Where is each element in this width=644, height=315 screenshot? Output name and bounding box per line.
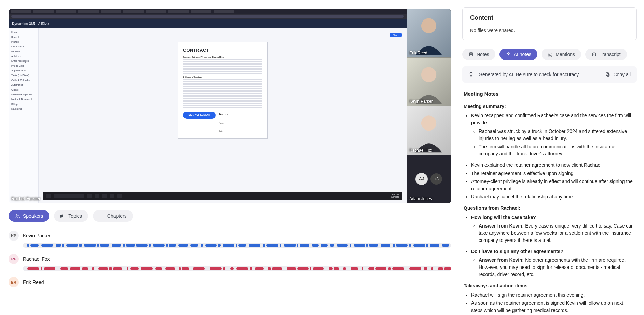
tab-ai-notes[interactable]: AI notes: [499, 49, 537, 60]
copy-all-button[interactable]: Copy all: [605, 72, 631, 77]
d365-share-button[interactable]: Share: [390, 33, 402, 37]
sparkle-icon: [506, 52, 511, 57]
participant-thumb[interactable]: Erik Reed: [407, 9, 451, 57]
avatar: AJ: [415, 173, 428, 185]
list-item: Rachael may cancel the relationship at a…: [471, 193, 634, 201]
content-empty-text: No files were shared.: [470, 28, 629, 33]
svg-point-4: [18, 215, 19, 216]
svg-point-3: [16, 214, 17, 216]
speaker-name: Kevin Parker: [23, 233, 50, 238]
ai-notes-body: Meeting Notes Meeting summary: Kevin rec…: [455, 83, 644, 315]
list-item: Kevin recapped and confirmed Rachael's c…: [471, 112, 634, 158]
d365-brand: Dynamics 365: [12, 22, 35, 26]
contract-document: CONTRACT Contract Between PK Law and Rac…: [178, 42, 268, 139]
list-item: Kevin explained the retainer agreement t…: [471, 162, 634, 169]
speaker-name: Rachael Fox: [23, 256, 50, 262]
bulb-icon: [468, 72, 474, 77]
content-heading: Content: [470, 14, 629, 22]
list-item: The firm will handle all future communic…: [479, 143, 634, 158]
contract-title: CONTRACT: [183, 47, 262, 53]
notes-title: Meeting Notes: [464, 90, 634, 98]
d365-sidebar: HomeRecentPinnedDashboardsMy WorkActivit…: [9, 28, 39, 203]
avatar: RF: [9, 254, 19, 264]
questions-heading: Questions from Rachael:: [464, 205, 634, 212]
tab-mentions[interactable]: @ Mentions: [542, 49, 581, 60]
speaker-timeline: KP Kevin Parker RF Rachael Fox ER Erik R…: [9, 231, 451, 287]
participant-thumb[interactable]: Rachael Fox: [407, 106, 451, 155]
speaker-name: Erik Reed: [23, 279, 44, 285]
list-icon: [99, 213, 105, 219]
copy-icon: [605, 72, 611, 77]
hash-icon: #: [60, 213, 66, 219]
avatar: KP: [9, 231, 19, 241]
speaker-row: ER Erik Reed: [9, 277, 451, 287]
tab-notes[interactable]: Notes: [462, 49, 495, 60]
presenter-label: Rachel Forster: [11, 196, 40, 201]
shared-screen: Dynamics 365 AllRize HomeRecentPinnedDas…: [9, 9, 407, 203]
speaker-row: RF Rachael Fox: [9, 254, 451, 271]
svg-rect-11: [592, 53, 595, 56]
tab-transcript[interactable]: Transcript: [585, 49, 627, 60]
notes-tabs: Notes AI notes @ Mentions Transcript: [462, 49, 637, 60]
svg-point-2: [421, 115, 436, 131]
topics-tab[interactable]: # Topics: [54, 210, 88, 222]
avatar: ER: [9, 277, 19, 287]
note-icon: [468, 52, 474, 57]
svg-point-0: [421, 18, 436, 33]
sign-agreement-button[interactable]: SIGN AGREEMENT: [183, 112, 216, 118]
at-icon: @: [548, 52, 553, 57]
svg-rect-15: [606, 73, 609, 76]
participant-thumb-overflow[interactable]: AJ +3 Adam Jones: [407, 155, 451, 204]
speakers-tab[interactable]: Speakers: [9, 210, 49, 222]
participant-thumbnails: Erik Reed Kevin Parker Rachael Fox AJ +3…: [407, 9, 451, 203]
people-icon: [15, 213, 20, 219]
d365-app: AllRize: [38, 22, 49, 26]
windows-taskbar: 3:36 PM1/6/2025: [43, 192, 402, 200]
summary-heading: Meeting summary:: [464, 103, 634, 110]
participant-thumb[interactable]: Kevin Parker: [407, 57, 451, 106]
list-item: Attorney-client privilege is already in …: [471, 178, 634, 192]
meeting-stage: Dynamics 365 AllRize HomeRecentPinnedDas…: [9, 9, 451, 203]
transcript-icon: [591, 52, 597, 57]
content-card: Content No files were shared.: [462, 7, 637, 40]
svg-point-1: [421, 67, 436, 82]
ai-disclaimer-text: Generated by AI. Be sure to check for ac…: [479, 72, 580, 77]
speaker-track[interactable]: [23, 243, 451, 248]
list-item: Rachael was struck by a truck in October…: [479, 128, 634, 142]
svg-rect-8: [469, 53, 472, 56]
list-item: Rachael will sign the retainer agreement…: [471, 291, 634, 299]
takeaways-heading: Takeaways and action items:: [464, 282, 634, 289]
list-item: As soon as the retainer agreement is sig…: [471, 300, 634, 314]
chapters-tab[interactable]: Chapters: [93, 210, 133, 222]
speaker-row: KP Kevin Parker: [9, 231, 451, 248]
svg-rect-14: [607, 73, 609, 76]
overflow-count[interactable]: +3: [430, 173, 442, 185]
ai-disclaimer-banner: Generated by AI. Be sure to check for ac…: [462, 66, 637, 83]
shared-app-window: Dynamics 365 AllRize HomeRecentPinnedDas…: [9, 9, 407, 203]
view-switcher: Speakers # Topics Chapters: [9, 210, 451, 222]
list-item: The retainer agreement is effective upon…: [471, 170, 634, 177]
speaker-track[interactable]: [23, 266, 451, 271]
